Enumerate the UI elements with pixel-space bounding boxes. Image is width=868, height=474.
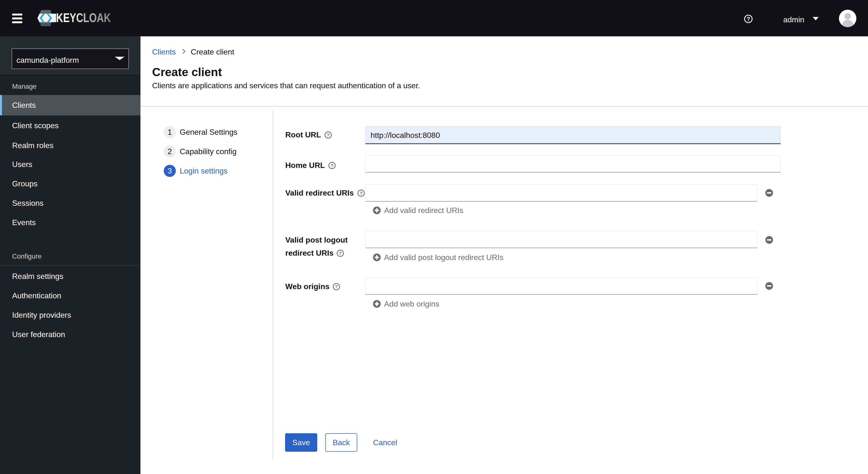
svg-text:?: ? [335, 284, 338, 289]
svg-text:?: ? [331, 163, 334, 168]
svg-text:KEYCLOAK: KEYCLOAK [56, 11, 111, 25]
svg-text:?: ? [339, 251, 342, 256]
svg-text:?: ? [747, 16, 750, 22]
svg-text:?: ? [360, 191, 363, 196]
svg-text:?: ? [327, 132, 330, 138]
